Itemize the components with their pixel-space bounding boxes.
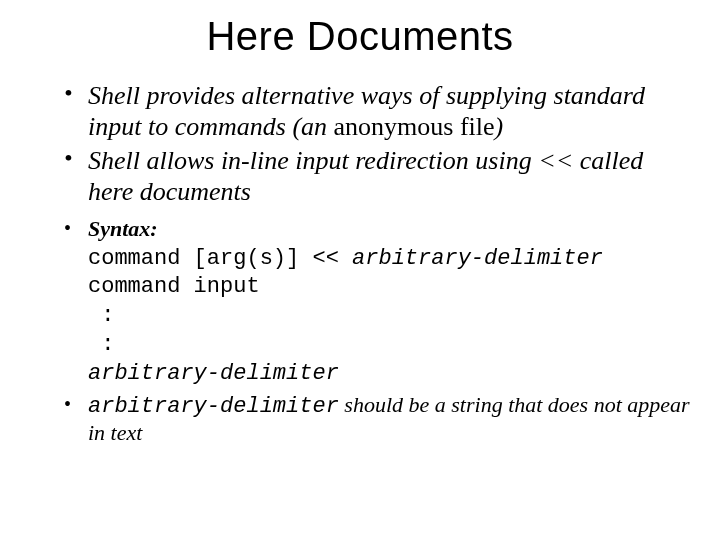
bullet-4-code: arbitrary-delimiter <box>88 394 339 419</box>
bullet-item-4: arbitrary-delimiter should be a string t… <box>64 392 692 448</box>
slide-title: Here Documents <box>28 14 692 59</box>
bullet-item-2: Shell allows in-line input redirection u… <box>64 146 692 207</box>
bullet-1-text-b: anonymous file <box>327 112 495 141</box>
syntax-line5: arbitrary-delimiter <box>88 361 339 386</box>
bullet-item-1: Shell provides alternative ways of suppl… <box>64 81 692 142</box>
bullet-2-text: Shell allows in-line input redirection u… <box>88 146 643 206</box>
syntax-line2-4: command input : : <box>88 274 260 357</box>
syntax-label: Syntax: <box>88 216 158 241</box>
syntax-line1b: arbitrary-delimiter <box>352 246 603 271</box>
bullet-1-text-c: ) <box>495 112 504 141</box>
syntax-line1a: command [arg(s)] << <box>88 246 352 271</box>
syntax-code-block: command [arg(s)] << arbitrary-delimiter … <box>88 244 692 388</box>
bullet-list: Shell provides alternative ways of suppl… <box>28 81 692 447</box>
slide: Here Documents Shell provides alternativ… <box>0 0 720 540</box>
bullet-item-3-syntax: Syntax: command [arg(s)] << arbitrary-de… <box>64 216 692 388</box>
